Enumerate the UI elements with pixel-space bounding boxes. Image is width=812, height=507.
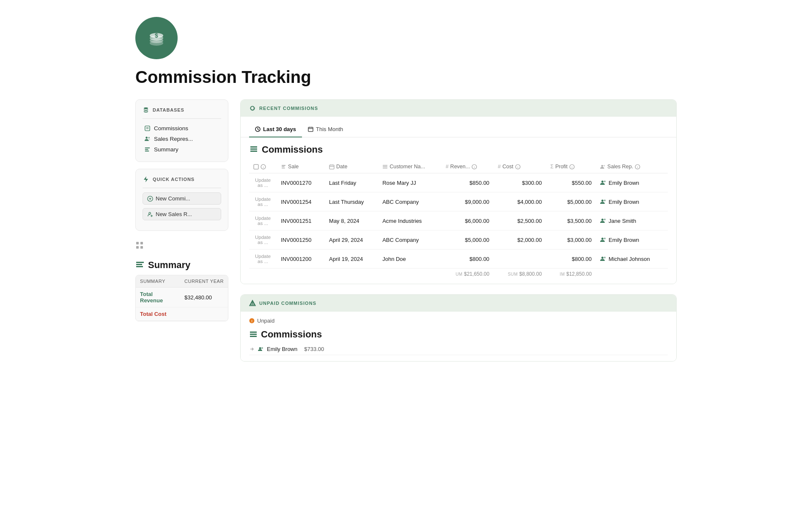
revenue-cell: $9,000.00 <box>442 192 494 211</box>
summary-widget-title: Summary <box>135 260 228 271</box>
date-cell: May 8, 2024 <box>325 211 378 230</box>
svg-point-13 <box>149 212 151 214</box>
svg-text:i: i <box>474 165 475 169</box>
databases-card: DATABASES Commissions Sales Repres... Su… <box>135 99 228 162</box>
table-row: Update as ... INV0001200 April 19, 2024 … <box>249 249 668 269</box>
update-button[interactable]: Update as ... <box>253 253 272 265</box>
summary-revenue-row: Total Revenue $32,480.00 <box>136 288 228 307</box>
person-icon <box>600 199 606 205</box>
svg-rect-28 <box>329 165 334 169</box>
sale-cell: INV0001251 <box>277 211 325 230</box>
th-info-icon: i <box>261 164 266 170</box>
sub-row-arrow-icon <box>249 346 255 352</box>
unpaid-commissions-table-title: Commissions <box>249 329 668 340</box>
svg-point-44 <box>601 200 604 202</box>
unpaid-commissions-content: ! Unpaid Commissions Emily Brown $733.00 <box>241 312 676 361</box>
svg-point-52 <box>252 304 253 305</box>
summary-cost-row: Total Cost <box>136 307 228 321</box>
unpaid-filter[interactable]: ! Unpaid <box>249 318 668 329</box>
unpaid-commissions-card: UNPAID COMMISIONS ! Unpaid Commissions <box>240 294 677 362</box>
sales-rep-cell: Emily Brown <box>596 230 668 249</box>
svg-text:!: ! <box>251 319 252 323</box>
person-icon <box>600 256 606 262</box>
table-row: Update as ... INV0001270 Last Friday Ros… <box>249 173 668 192</box>
table-row: Update as ... INV0001250 April 29, 2024 … <box>249 230 668 249</box>
update-button[interactable]: Update as ... <box>253 215 272 227</box>
commissions-tabs: Last 30 days This Month <box>241 117 676 137</box>
svg-point-46 <box>601 219 604 221</box>
sidebar-item-commissions[interactable]: Commissions <box>143 123 221 134</box>
svg-point-50 <box>601 257 604 259</box>
profit-cell: $800.00 <box>546 249 596 269</box>
customer-cell: ABC Company <box>378 192 441 211</box>
recent-commissions-header: RECENT COMMISIONS <box>241 100 676 117</box>
commissions-table-section: Commissions i Sale Date Customer Na... #… <box>241 137 676 284</box>
svg-point-57 <box>261 347 263 349</box>
svg-point-47 <box>604 219 606 220</box>
summary-widget-icon <box>135 260 145 270</box>
new-sales-rep-button[interactable]: New Sales R... <box>143 208 221 220</box>
table-row: Update as ... INV0001251 May 8, 2024 Acm… <box>249 211 668 230</box>
sales-rep-cell: Jane Smith <box>596 211 668 230</box>
svg-rect-21 <box>308 127 313 132</box>
th-list-icon <box>382 164 388 170</box>
date-cell: Last Friday <box>325 173 378 192</box>
svg-text:$: $ <box>155 32 158 39</box>
update-button[interactable]: Update as ... <box>253 177 272 189</box>
update-button[interactable]: Update as ... <box>253 234 272 246</box>
calendar-icon <box>308 126 313 132</box>
svg-rect-16 <box>136 242 139 244</box>
svg-point-56 <box>259 347 261 349</box>
sidebar-item-sales-reps[interactable]: Sales Repres... <box>143 134 221 144</box>
refresh-icon <box>249 105 256 112</box>
commissions-icon <box>144 125 151 132</box>
unpaid-commissions-header: UNPAID COMMISIONS <box>241 295 676 312</box>
summary-widget: Summary Summary CURRENT YEAR Total Reve <box>135 260 228 328</box>
th-cal-icon <box>329 164 335 170</box>
sales-rep-cell: Michael Johnson <box>596 249 668 269</box>
revenue-cell: $850.00 <box>442 173 494 192</box>
svg-rect-18 <box>136 246 139 249</box>
grid-view-icon[interactable] <box>135 241 228 249</box>
th-text-icon <box>281 164 286 170</box>
svg-text:i: i <box>517 165 518 169</box>
th-info3-icon: i <box>515 164 521 170</box>
plus-person-icon <box>147 211 153 217</box>
warning-icon <box>249 300 256 307</box>
svg-point-49 <box>604 238 606 239</box>
th-people-icon <box>600 164 606 170</box>
sale-cell: INV0001270 <box>277 173 325 192</box>
commissions-table-title: Commissions <box>249 144 668 155</box>
svg-point-38 <box>601 165 603 167</box>
person-icon <box>600 180 606 186</box>
th-info2-icon: i <box>472 164 477 170</box>
cost-cell: $4,000.00 <box>494 192 546 211</box>
sale-cell: INV0001200 <box>277 249 325 269</box>
database-icon <box>143 107 149 113</box>
sale-cell: INV0001254 <box>277 192 325 211</box>
person-icon <box>600 237 606 243</box>
customer-cell: ABC Company <box>378 230 441 249</box>
sidebar-item-summary[interactable]: Summary <box>143 144 221 155</box>
sum-row: UM $21,650.00 SUM $8,800.00 IM $12,850.0… <box>249 269 668 280</box>
revenue-cell: $800.00 <box>442 249 494 269</box>
customer-cell: John Doe <box>378 249 441 269</box>
sales-rep-cell: Emily Brown <box>596 192 668 211</box>
svg-text:i: i <box>637 165 638 169</box>
svg-rect-5 <box>145 126 150 131</box>
recent-commissions-card: RECENT COMMISIONS Last 30 days This Mont… <box>240 99 677 284</box>
new-commission-button[interactable]: New Commi... <box>143 192 221 205</box>
svg-point-45 <box>604 200 606 201</box>
tab-this-month[interactable]: This Month <box>302 123 349 137</box>
tab-last-30-days[interactable]: Last 30 days <box>249 123 302 137</box>
content-area: RECENT COMMISIONS Last 30 days This Mont… <box>240 99 677 362</box>
svg-point-51 <box>604 257 606 258</box>
revenue-cell: $6,000.00 <box>442 211 494 230</box>
summary-table-card: Summary CURRENT YEAR Total Revenue $32,4… <box>135 275 228 321</box>
th-icon <box>253 164 259 170</box>
revenue-cell: $5,000.00 <box>442 230 494 249</box>
commissions-table: i Sale Date Customer Na... #Reven...i #C… <box>249 160 668 280</box>
profit-cell: $3,500.00 <box>546 211 596 230</box>
update-button[interactable]: Update as ... <box>253 196 272 208</box>
svg-rect-17 <box>140 242 143 244</box>
